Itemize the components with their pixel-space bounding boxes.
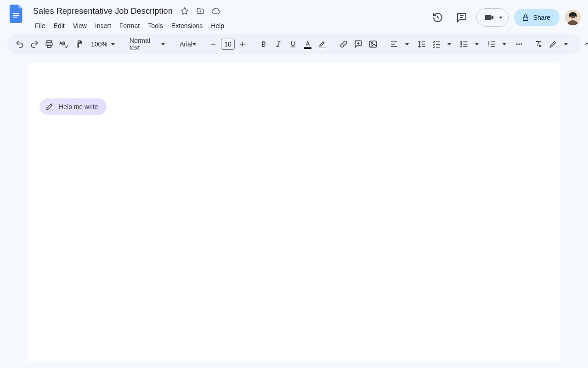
undo-button[interactable] [13, 37, 27, 51]
insert-link-button[interactable] [337, 37, 351, 51]
redo-button[interactable] [28, 37, 41, 51]
meet-button[interactable] [476, 8, 509, 27]
cloud-status-icon[interactable] [209, 5, 222, 17]
chevron-down-icon [192, 43, 196, 46]
menu-edit[interactable]: Edit [50, 20, 68, 31]
share-label: Share [533, 14, 550, 21]
paragraph-style-value: Normal text [130, 37, 150, 52]
zoom-select[interactable]: 100% [86, 40, 118, 48]
docs-logo[interactable] [7, 5, 26, 23]
bulleted-list-button[interactable] [457, 37, 471, 51]
editing-mode-dropdown[interactable] [559, 37, 573, 51]
menu-help[interactable]: Help [207, 20, 228, 31]
share-button[interactable]: Share [514, 9, 560, 26]
chevron-down-icon [161, 43, 165, 46]
clear-formatting-button[interactable] [531, 37, 545, 51]
text-color-swatch [304, 47, 311, 49]
svg-line-16 [277, 42, 280, 47]
numbered-list-button[interactable]: 123 [485, 37, 498, 51]
menu-insert[interactable]: Insert [91, 20, 115, 31]
comments-icon[interactable] [452, 8, 471, 27]
svg-rect-20 [369, 41, 376, 47]
pencil-sparkle-icon [45, 102, 54, 111]
numbered-list-dropdown[interactable] [498, 37, 511, 51]
svg-rect-1 [13, 15, 19, 16]
highlight-button[interactable] [316, 37, 329, 51]
increase-font-size-button[interactable] [236, 37, 249, 51]
paint-format-button[interactable] [72, 37, 85, 51]
help-me-write-button[interactable]: Help me write [40, 98, 107, 115]
help-me-write-label: Help me write [59, 103, 98, 110]
editing-mode-button[interactable] [546, 37, 560, 51]
svg-point-33 [461, 44, 462, 45]
spellcheck-button[interactable] [57, 37, 71, 51]
menu-file[interactable]: File [31, 20, 49, 31]
svg-point-35 [461, 46, 462, 47]
svg-rect-2 [13, 17, 17, 17]
chevron-down-icon [111, 43, 115, 46]
menu-format[interactable]: Format [116, 20, 143, 31]
decrease-font-size-button[interactable] [206, 37, 220, 51]
text-color-button[interactable] [301, 37, 315, 51]
font-family-value: Arial [180, 40, 192, 48]
insert-image-button[interactable] [366, 37, 380, 51]
bulleted-list-dropdown[interactable] [470, 37, 484, 51]
chevron-down-icon [499, 17, 503, 19]
zoom-value: 100% [91, 40, 107, 48]
print-button[interactable] [42, 37, 56, 51]
align-button[interactable] [387, 37, 401, 51]
svg-point-45 [520, 43, 522, 45]
paragraph-style-select[interactable]: Normal text [125, 37, 168, 52]
svg-rect-5 [523, 17, 528, 21]
underline-button[interactable] [286, 37, 300, 51]
svg-point-21 [371, 43, 373, 44]
svg-rect-0 [13, 13, 19, 14]
checklist-dropdown[interactable] [442, 37, 456, 51]
align-dropdown[interactable] [400, 37, 414, 51]
svg-point-31 [461, 41, 462, 43]
document-title[interactable]: Sales Representative Job Description [31, 6, 175, 17]
svg-point-43 [516, 43, 517, 45]
menu-tools[interactable]: Tools [144, 20, 167, 31]
font-family-select[interactable]: Arial [175, 40, 199, 48]
more-options-button[interactable] [512, 37, 526, 51]
document-page[interactable]: Help me write [28, 63, 560, 362]
toolbar: 100% Normal text Arial [7, 34, 581, 54]
italic-button[interactable] [271, 37, 285, 51]
add-comment-button[interactable] [351, 37, 365, 51]
checklist-button[interactable] [430, 37, 443, 51]
star-icon[interactable] [178, 5, 191, 17]
menu-view[interactable]: View [69, 20, 90, 31]
menu-extensions[interactable]: Extensions [168, 20, 206, 31]
svg-text:3: 3 [488, 45, 489, 48]
highlight-swatch [319, 47, 326, 49]
last-edit-icon[interactable] [429, 8, 447, 27]
svg-point-44 [518, 43, 520, 45]
bold-button[interactable] [257, 37, 271, 51]
move-icon[interactable] [194, 5, 207, 17]
account-avatar[interactable] [565, 10, 581, 25]
font-size-input[interactable] [221, 39, 235, 50]
line-spacing-button[interactable] [415, 37, 429, 51]
collapse-toolbar-button[interactable] [580, 37, 588, 51]
